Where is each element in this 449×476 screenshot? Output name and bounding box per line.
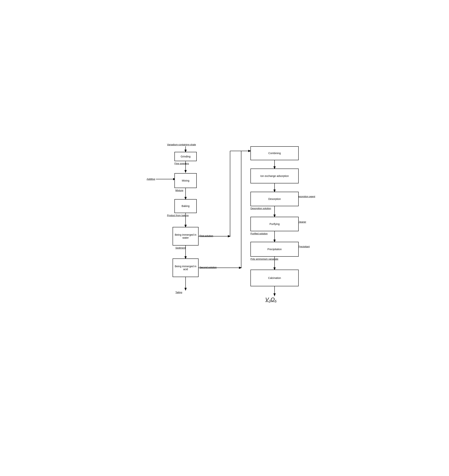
mixture-label: Mixture (175, 189, 183, 192)
sediment-label: Sediment (175, 246, 185, 249)
first-solution-label: First solution (199, 234, 213, 237)
immerged-acid-box: Being immerged in acid (173, 259, 199, 277)
additive-label: Additive (147, 178, 155, 181)
precipitation-box: Precipitation (250, 242, 299, 257)
precipitant-label: Precipitant (298, 245, 310, 248)
calcination-box: Calcination (250, 270, 299, 286)
cleaner-label: Cleaner (298, 221, 306, 223)
grinding-box: Grinding (174, 152, 197, 161)
combining-box: Combining (250, 146, 299, 160)
desorption-solution-label: Desorption solution (250, 207, 271, 210)
mixing-box: Mixing (174, 173, 197, 188)
poly-ammonium-label: Poly ammonium vanadate (250, 258, 278, 260)
vanadium-shale-label: Vanadium-containing shale (167, 143, 196, 146)
v2o5-label: V2O5 (265, 296, 277, 303)
desorption-agent-label: Desorption agent (297, 195, 315, 198)
purified-solution-label: Purified solution (250, 232, 268, 235)
immerged-water-box: Being immerged in water (173, 227, 199, 245)
second-solution-label: Second solution (199, 266, 217, 269)
flow-diagram: Vanadium-containing shale Grinding Fine … (141, 136, 308, 340)
tailing-label: Tailing (175, 291, 182, 294)
desorption-box: Desorption (250, 192, 299, 206)
fine-powders-label: Fine powders (174, 162, 189, 165)
ion-exchange-box: Ion exchange adsorption (250, 169, 299, 183)
baking-box: Baking (174, 199, 197, 213)
purifying-box: Purifying (250, 217, 299, 231)
product-baking-label: Product from baking (167, 214, 189, 217)
